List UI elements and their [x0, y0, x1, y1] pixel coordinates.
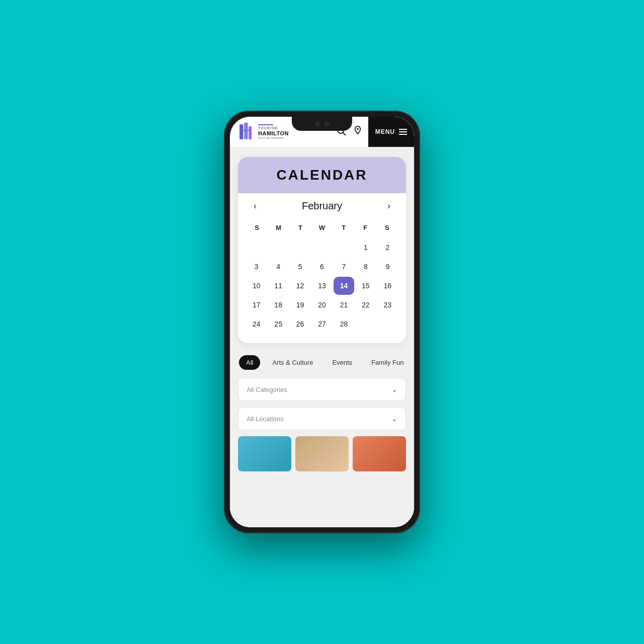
prev-month-button[interactable]: ‹: [248, 201, 262, 211]
logo-text: TOURISM HAMILTON It's in our character: [258, 124, 289, 139]
phone-device: TOURISM HAMILTON It's in our character: [224, 111, 420, 533]
camera-sensor: [315, 121, 320, 126]
phone-screen: TOURISM HAMILTON It's in our character: [230, 117, 414, 527]
locations-dropdown[interactable]: All Locations ⌄: [238, 407, 406, 430]
cal-day-empty: [311, 238, 332, 257]
day-header-s1: S: [246, 221, 268, 234]
logo-tagline: It's in our character: [258, 136, 289, 140]
categories-chevron-icon: ⌄: [391, 385, 397, 393]
cal-day-18[interactable]: 18: [268, 296, 288, 314]
location-icon[interactable]: [353, 125, 362, 139]
filter-tab-arts[interactable]: Arts & Culture: [265, 355, 320, 370]
cal-day-15[interactable]: 15: [355, 277, 376, 295]
svg-rect-2: [249, 126, 252, 139]
cal-day-25[interactable]: 25: [268, 315, 288, 333]
cal-day-21[interactable]: 21: [334, 296, 354, 314]
categories-label: All Categories: [247, 386, 287, 393]
cal-day-empty: [246, 238, 267, 257]
cal-day-28[interactable]: 28: [334, 315, 354, 333]
cal-day-5[interactable]: 5: [290, 258, 310, 276]
event-thumb-2[interactable]: [295, 436, 349, 471]
cal-day-27[interactable]: 27: [311, 315, 332, 333]
cal-day-6[interactable]: 6: [311, 258, 332, 276]
svg-rect-3: [239, 130, 252, 131]
logo-tourism: TOURISM: [258, 126, 289, 130]
cal-day-19[interactable]: 19: [290, 296, 310, 314]
hamburger-line-1: [399, 129, 407, 130]
day-header-s2: S: [376, 221, 398, 234]
cal-day-16[interactable]: 16: [377, 277, 398, 295]
day-header-m: M: [268, 221, 289, 234]
event-thumb-1[interactable]: [238, 436, 291, 471]
cal-day-empty: [334, 238, 354, 257]
cal-day-24[interactable]: 24: [246, 315, 267, 333]
day-header-t1: T: [289, 221, 311, 234]
cal-day-9[interactable]: 9: [377, 258, 398, 276]
day-header-f: F: [355, 221, 376, 234]
hamburger-icon: [399, 129, 407, 135]
phone-notch: [292, 117, 352, 131]
day-header-w: W: [311, 221, 333, 234]
locations-label: All Locations: [247, 415, 284, 423]
logo-line: [258, 124, 273, 125]
cal-day-7[interactable]: 7: [334, 258, 354, 276]
main-content: CALENDAR ‹ February › S M T W T F S: [230, 147, 414, 527]
cal-day-23[interactable]: 23: [377, 296, 398, 314]
cal-day-10[interactable]: 10: [246, 277, 267, 295]
cal-day-4[interactable]: 4: [268, 258, 288, 276]
cal-day-8[interactable]: 8: [355, 258, 376, 276]
filter-tab-events[interactable]: Events: [325, 355, 359, 370]
cal-day-26[interactable]: 26: [290, 315, 310, 333]
cal-day-22[interactable]: 22: [355, 296, 376, 314]
calendar-grid: S M T W T F S 12345678910111213141516171…: [238, 219, 406, 343]
locations-chevron-icon: ⌄: [391, 415, 397, 423]
filter-tab-all[interactable]: All: [239, 355, 260, 370]
day-headers: S M T W T F S: [246, 221, 398, 234]
cal-day-1[interactable]: 1: [355, 238, 376, 257]
cal-day-17[interactable]: 17: [246, 296, 267, 314]
month-label: February: [302, 200, 342, 212]
logo-icon: [237, 121, 254, 143]
calendar-title: CALENDAR: [276, 167, 367, 183]
cal-day-14[interactable]: 14: [334, 277, 354, 295]
cal-day-13[interactable]: 13: [311, 277, 332, 295]
calendar-days: 1234567891011121314151617181920212223242…: [246, 238, 398, 333]
cal-day-empty: [290, 238, 310, 257]
filter-tabs: All Arts & Culture Events Family Fun ›: [238, 355, 406, 370]
hamburger-line-2: [399, 131, 407, 132]
svg-point-6: [357, 128, 359, 130]
cal-day-20[interactable]: 20: [311, 296, 332, 314]
calendar-nav: ‹ February ›: [238, 193, 406, 219]
cal-day-11[interactable]: 11: [268, 277, 288, 295]
day-header-t2: T: [333, 221, 355, 234]
menu-button[interactable]: MENU: [368, 117, 414, 147]
svg-line-5: [343, 132, 345, 135]
hamburger-line-3: [399, 134, 407, 135]
cal-day-12[interactable]: 12: [290, 277, 310, 295]
image-row: [238, 436, 406, 471]
cal-day-2[interactable]: 2: [377, 238, 398, 257]
cal-day-3[interactable]: 3: [246, 258, 267, 276]
event-thumb-3[interactable]: [353, 436, 406, 471]
face-id-sensor: [324, 121, 329, 126]
svg-rect-0: [239, 124, 243, 139]
categories-dropdown[interactable]: All Categories ⌄: [238, 378, 406, 401]
logo-hamilton: HAMILTON: [258, 130, 289, 136]
next-month-button[interactable]: ›: [382, 201, 396, 211]
cal-day-empty: [268, 238, 288, 257]
menu-label: MENU: [375, 128, 395, 135]
calendar-header: CALENDAR: [238, 157, 406, 193]
calendar-card: CALENDAR ‹ February › S M T W T F S: [238, 157, 406, 343]
filter-tab-family[interactable]: Family Fun: [364, 355, 406, 370]
